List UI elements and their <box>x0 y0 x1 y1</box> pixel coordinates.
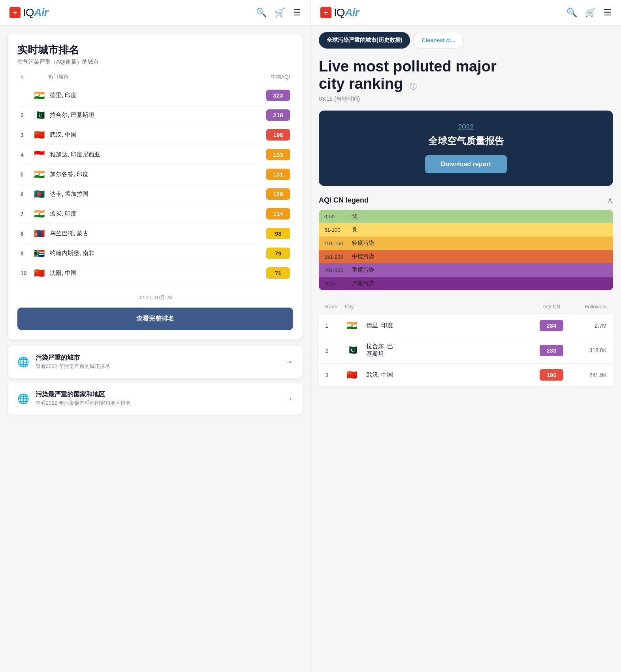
table-row[interactable]: 🇮🇳 德里, 印度 323 <box>17 86 293 105</box>
city-cell: 🇮🇳 德里, 印度 <box>345 321 532 330</box>
city-name: 沈阳, 中国 <box>50 269 266 277</box>
globe-icon: 🌐 <box>17 393 29 404</box>
flag-icon: 🇮🇩 <box>32 150 46 160</box>
right-header-icons: 🔍 🛒 ☰ <box>566 8 612 18</box>
rank-number: 1 <box>325 322 345 329</box>
legend-title: AQI CN legend <box>319 196 369 205</box>
polluted-countries-link-card[interactable]: 🌐 污染最严重的国家和地区 查看2022 年污染最严重的国家和地区排名 → <box>8 383 303 415</box>
city-name: 德里, 印度 <box>50 92 266 99</box>
logo-cross-icon: + <box>320 7 331 18</box>
flag-icon: 🇮🇳 <box>32 170 46 179</box>
followers-count: 241.9K <box>571 372 607 378</box>
aqi-badge: 218 <box>266 109 290 121</box>
page-title-line2: city ranking <box>319 75 403 92</box>
polluted-cities-link-card[interactable]: 🌐 污染严重的城市 查看2022 年污染严重的城市排名 → <box>8 346 303 378</box>
city-name: 武汉, 中国 <box>366 371 393 379</box>
legend-toggle-button[interactable]: ∧ <box>607 195 613 205</box>
city-cell: 🇵🇰 拉合尔, 巴基斯坦 <box>345 343 532 358</box>
tab-cleanest-cities[interactable]: Cleanest ci... <box>413 32 464 49</box>
th-city: City <box>345 304 532 310</box>
rank-number: 6 <box>21 191 32 197</box>
flag-icon: 🇲🇳 <box>32 229 46 238</box>
left-panel: + IQAir 🔍 🛒 ☰ 实时城市排名 空气污染严重（AQI衡量）的城市 # … <box>0 0 310 672</box>
table-row[interactable]: 3 🇨🇳 武汉, 中国 196 241.9K <box>319 364 613 387</box>
flag-icon: 🇧🇩 <box>32 190 46 199</box>
table-row[interactable]: 3 🇨🇳 武汉, 中国 196 <box>17 125 293 145</box>
city-name: 雅加达, 印度尼西亚 <box>50 151 266 158</box>
table-row[interactable]: 5 🇮🇳 加尔各答, 印度 131 <box>17 165 293 184</box>
left-content: 实时城市排名 空气污染严重（AQI衡量）的城市 # 热门城市 中国AQI 🇮🇳 … <box>0 26 310 427</box>
ranking-card: 实时城市排名 空气污染严重（AQI衡量）的城市 # 热门城市 中国AQI 🇮🇳 … <box>8 34 303 340</box>
flag-icon: 🇨🇳 <box>345 370 358 380</box>
aqi-badge: 284 <box>540 320 563 331</box>
rank-number: 3 <box>21 132 32 138</box>
table-row[interactable]: 6 🇧🇩 达卡, 孟加拉国 129 <box>17 184 293 204</box>
view-full-ranking-button[interactable]: 查看完整排名 <box>17 308 293 330</box>
city-name: 拉合尔, 巴基斯坦 <box>366 343 393 358</box>
table-row[interactable]: 2 🇵🇰 拉合尔, 巴基斯坦 233 318.8K <box>319 337 613 364</box>
aqi-badge: 196 <box>540 369 563 381</box>
table-row[interactable]: 8 🇲🇳 乌兰巴托, 蒙古 93 <box>17 224 293 244</box>
city-name: 武汉, 中国 <box>50 131 266 139</box>
flag-icon: 🇵🇰 <box>345 345 358 355</box>
report-year: 2022 <box>331 123 600 131</box>
city-name: 乌兰巴托, 蒙古 <box>50 230 266 237</box>
globe-icon: 🌐 <box>17 357 29 368</box>
rank-number: 2 <box>325 347 345 354</box>
city-name: 拉合尔, 巴基斯坦 <box>50 111 266 119</box>
followers-count: 2.7M <box>571 323 607 329</box>
flag-icon: 🇵🇰 <box>32 111 46 120</box>
page-time: 03:12 (当地时间) <box>319 96 613 103</box>
table-row[interactable]: 10 🇨🇳 沈阳, 中国 71 <box>17 263 293 283</box>
aqi-badge: 114 <box>266 208 290 220</box>
aqi-legend-section: AQI CN legend ∧ 0-50 优 51-100 良 101-150 … <box>319 195 613 290</box>
th-rank: Rank <box>325 304 345 310</box>
download-report-button[interactable]: Download report <box>425 155 507 173</box>
table-row[interactable]: 9 🇿🇦 约翰内斯堡, 南非 79 <box>17 244 293 263</box>
legend-label: 轻度污染 <box>352 240 374 247</box>
tab-bar: 全球污染严重的城市(历史数据) Cleanest ci... <box>319 32 613 49</box>
arrow-icon: → <box>285 357 293 366</box>
legend-label: 中度污染 <box>352 253 374 260</box>
aqi-badge: 71 <box>266 267 290 279</box>
link-card-desc: 查看2022 年污染严重的城市排名 <box>36 363 285 370</box>
table-row[interactable]: 1 🇮🇳 德里, 印度 284 2.7M <box>319 314 613 337</box>
th-aqi: AQI CN <box>532 304 571 310</box>
rank-number: 10 <box>21 270 32 276</box>
right-table-header: Rank City AQI CN Followers <box>319 300 613 314</box>
legend-label: 严重污染 <box>352 280 374 287</box>
table-row[interactable]: 7 🇮🇳 孟买, 印度 114 <box>17 204 293 224</box>
aqi-badge: 129 <box>266 188 290 200</box>
legend-label: 良 <box>352 226 358 233</box>
left-header-icons: 🔍 🛒 ☰ <box>256 8 301 18</box>
card-subtitle: 空气污染严重（AQI衡量）的城市 <box>17 58 293 66</box>
legend-row-0: 0-50 优 <box>319 210 613 223</box>
legend-range: 51-100 <box>324 227 352 233</box>
search-icon[interactable]: 🔍 <box>256 8 267 18</box>
menu-icon[interactable]: ☰ <box>604 8 612 18</box>
tab-polluted-cities[interactable]: 全球污染严重的城市(历史数据) <box>319 32 410 49</box>
flag-icon: 🇮🇳 <box>32 91 46 100</box>
th-rank: # <box>21 74 32 80</box>
table-header: # 热门城市 中国AQI <box>17 73 293 84</box>
table-row[interactable]: 2 🇵🇰 拉合尔, 巴基斯坦 218 <box>17 105 293 125</box>
aqi-badge: 133 <box>266 149 290 160</box>
timestamp: 02:00, 10月 28 <box>17 289 293 301</box>
table-row[interactable]: 4 🇮🇩 雅加达, 印度尼西亚 133 <box>17 145 293 165</box>
rank-number: 2 <box>21 112 32 118</box>
city-name: 孟买, 印度 <box>50 210 266 218</box>
menu-icon[interactable]: ☰ <box>293 8 301 18</box>
city-cell: 🇨🇳 武汉, 中国 <box>345 370 532 380</box>
legend-row-2: 101-150 轻度污染 <box>319 237 613 250</box>
card-title: 实时城市排名 <box>17 43 293 57</box>
page-title: Live most polluted major city ranking ⓘ <box>319 58 613 92</box>
search-icon[interactable]: 🔍 <box>566 8 577 18</box>
cart-icon[interactable]: 🛒 <box>275 8 285 18</box>
right-content: 全球污染严重的城市(历史数据) Cleanest ci... Live most… <box>311 26 621 393</box>
cart-icon[interactable]: 🛒 <box>585 8 596 18</box>
aqi-cell: 284 <box>532 320 571 331</box>
legend-label: 重度污染 <box>352 267 374 274</box>
info-icon: ⓘ <box>410 83 417 90</box>
link-card-title: 污染严重的城市 <box>36 354 285 362</box>
right-logo: + IQAir <box>320 6 359 19</box>
